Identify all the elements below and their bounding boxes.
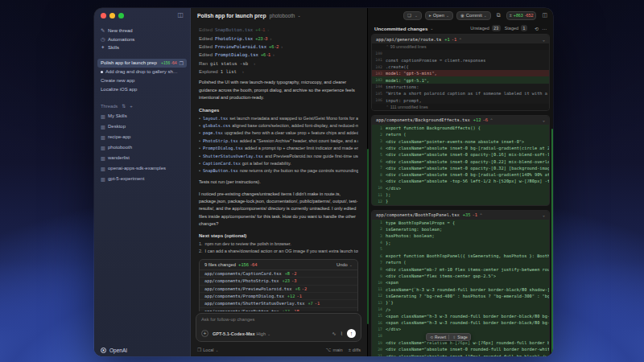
diff-line[interactable]: 6 export function BoothTopPanel({ isGene… [372, 253, 549, 259]
diff-line[interactable]: 8 <div className="absolute inset-0 bg-[r… [372, 171, 549, 178]
bullet-file-token[interactable]: PhotoStrip.tsx [203, 138, 238, 143]
environment-label[interactable]: Local [203, 348, 213, 352]
folder-item[interactable]: ▥ gpt-5-experiment [94, 174, 190, 184]
diff-line[interactable]: 20 <div className="absolute inset-0 roun… [372, 346, 549, 352]
diff-line[interactable]: 14 /> [372, 306, 549, 312]
diff-minimap-scrollbar[interactable] [551, 129, 554, 356]
bullet-file-token[interactable]: layout.tsx [203, 116, 228, 121]
copy-icon[interactable]: ⧉ [497, 12, 501, 19]
sidebar-footer[interactable]: ✱ OpenAI [94, 343, 190, 356]
add-icon[interactable]: + [130, 104, 133, 109]
commit-button[interactable]: ◉Commit⌄ [456, 11, 491, 20]
diff-line[interactable]: 104 instructions: [372, 84, 549, 90]
sidebar-nav-item[interactable]: ✦ Skills [94, 43, 190, 52]
thread-titlebar[interactable]: Polish app for launch prep photobooth ⌄ [191, 8, 367, 23]
diff-line[interactable]: 1 type BoothTopPanelProps = { [372, 220, 549, 226]
refresh-icon[interactable]: ⟲ [535, 26, 539, 31]
attach-button[interactable]: + [201, 330, 208, 337]
tool-event-row[interactable]: Edited SnapButton.tsx +4 -1 › [199, 26, 358, 34]
diff-line[interactable]: 9 <div className="flex items-center gap-… [372, 273, 549, 279]
diff-line[interactable]: 12 isGenerating ? "bg-red-400" : hasPhot… [372, 293, 549, 299]
tool-event-row[interactable]: Explored 1 list › [199, 68, 358, 76]
model-selector[interactable]: GPT-5.1-Codex-MaxHigh⌄ [213, 331, 270, 336]
audio-icon[interactable]: ∿ [332, 331, 336, 337]
diff-line[interactable]: 8 <div className="mb-7 mt-10 flex items-… [372, 266, 549, 273]
overflow-menu-icon[interactable]: ⋯ [542, 26, 547, 31]
bullet-file-token[interactable]: globals.css [203, 123, 230, 128]
bullet-file-token[interactable]: page.tsx [203, 130, 223, 135]
branch-indicator[interactable]: ⌥ main [326, 348, 343, 352]
diff-line[interactable]: 15 <span className="h-3 w-3 rounded-full… [372, 313, 549, 319]
sidebar-toggle-icon[interactable]: ◫ [177, 12, 184, 19]
diff-line[interactable]: 99 unmodified lines [372, 43, 549, 50]
diff-line[interactable]: 111 unmodified lines [372, 104, 549, 110]
diffs-indicator[interactable]: ± diffs [349, 348, 361, 352]
panel-toggle-icon[interactable]: ◫ [542, 12, 547, 19]
diff-line[interactable]: 1 export function BackgroundEffects() { [372, 125, 549, 131]
undo-button[interactable]: Undo⌄ [336, 262, 353, 267]
diff-file-header[interactable]: app/api/generate/route.ts +1 -1 ⌃ ⌄ [372, 35, 549, 43]
composer-input[interactable]: Ask for follow-up changes [201, 317, 356, 322]
diff-line[interactable]: 7 return ( [372, 259, 549, 265]
bullet-file-token[interactable]: SnapButton.tsx [203, 168, 238, 173]
diff-line[interactable]: 102 .create({ [372, 64, 549, 70]
changed-file-row[interactable]: app/components/PreviewPolaroid.tsx +6 -2 [200, 286, 357, 293]
folder-item[interactable]: ▥ wanderlist [94, 153, 190, 163]
close-button[interactable] [101, 13, 106, 19]
folder-item[interactable]: ▥ Desktop [94, 121, 190, 132]
diff-line[interactable]: 7 <div className="absolute inset-0 opaci… [372, 165, 549, 171]
diff-line[interactable]: 12 } [372, 198, 549, 204]
diff-line[interactable]: 4 }; [372, 239, 549, 245]
folder-item[interactable]: ▥ photobooth [94, 142, 190, 153]
diff-line[interactable]: 101 const captionPromise = client.respon… [372, 57, 549, 64]
diff-file-header[interactable]: app/components/BackgroundEffects.tsx +12… [372, 116, 549, 125]
zoom-button[interactable] [118, 13, 124, 19]
sort-icon[interactable]: ⇅ [122, 103, 126, 109]
minimize-button[interactable] [109, 13, 115, 19]
diff-line[interactable]: 21 <div className="absolute inset-[10px]… [372, 352, 549, 356]
total-diff-badge[interactable]: ± +863 -652 [506, 11, 537, 20]
bullet-file-token[interactable]: CaptionCard.tsx [203, 161, 241, 166]
send-button[interactable]: ↑ [347, 329, 356, 338]
thread-item[interactable]: Polish app for launch prep +156 -64 ❐ [97, 59, 187, 68]
diff-line[interactable]: 11 ); [372, 191, 549, 198]
uncommitted-changes-label[interactable]: Uncommitted changes [374, 26, 427, 31]
diff-line[interactable]: 3 <div className="pointer-events-none ab… [372, 138, 549, 145]
stage-action-label[interactable]: Stage [457, 335, 468, 339]
diff-line[interactable]: 2 isGenerating: boolean; [372, 226, 549, 232]
tool-event-row[interactable]: Edited PreviewPolaroid.tsx +6 -2 › [199, 43, 358, 51]
folder-item[interactable]: ▥ My Skills [94, 111, 190, 121]
diff-line[interactable]: 106 input: prompt, [372, 97, 549, 103]
mic-icon[interactable]: ⌇ [341, 331, 343, 337]
diff-line[interactable]: 17 </div> [372, 326, 549, 332]
tool-event-row[interactable]: Edited PhotoStrip.tsx +23 -3 › [199, 34, 358, 42]
diff-line[interactable]: 13 }`} [372, 299, 549, 306]
changed-file-row[interactable]: app/components/PromptDialog.tsx +12 -1 [200, 293, 357, 300]
revert-action-label[interactable]: Revert [435, 335, 446, 339]
thread-item[interactable]: Add drag and drop to gallery shot… ❐ [97, 68, 187, 76]
device-selector-button[interactable]: ❏⌄ [403, 11, 422, 20]
diff-line[interactable]: 103 model: "gpt-5.1", [372, 76, 549, 83]
diff-line[interactable]: 6 <div className="absolute inset-0 opaci… [372, 158, 549, 164]
bullet-file-token[interactable]: PromptDialog.tsx [203, 146, 243, 150]
thread-item[interactable]: Localize iOS app ❐ [97, 85, 187, 94]
sidebar-nav-item[interactable]: ◷ Automations [94, 35, 190, 44]
folder-item[interactable]: ▥ recipe-app [94, 132, 190, 142]
changed-file-row[interactable]: app/components/ShutterStatusOverlay.tsx … [200, 300, 357, 307]
diff-line[interactable]: 16 <span className="h-3 w-3 rounded-full… [372, 319, 549, 326]
diff-line[interactable]: 2 return ( [372, 131, 549, 138]
changed-file-row[interactable]: app/components/PhotoStrip.tsx +23 -3 [200, 278, 357, 285]
changed-file-row[interactable]: app/components/CaptionCard.tsx +8 -2 [200, 270, 357, 278]
diff-line[interactable]: 9 <div className="absolute -top-56 left-… [372, 178, 549, 184]
thread-item[interactable]: Create new app ❐ [97, 76, 187, 85]
diff-line[interactable]: 103 model: "gpt-5-mini", [372, 70, 549, 76]
diff-line[interactable]: 4 <div className="absolute inset-0 bg-[r… [372, 145, 549, 151]
diff-file-list[interactable]: app/api/generate/route.ts +1 -1 ⌃ ⌄ 99 u… [371, 34, 550, 356]
tool-event-row[interactable]: Ran git status -sb › [199, 60, 358, 68]
sidebar-nav-item[interactable]: ✎ New thread [94, 27, 190, 35]
diff-line[interactable]: 3 hasPhotos: boolean; [372, 232, 549, 239]
diff-line[interactable]: 5 [372, 246, 549, 253]
composer[interactable]: Ask for follow-up changes + GPT-5.1-Code… [196, 313, 361, 342]
folder-item[interactable]: ▥ openai-apps-sdk-examples [94, 163, 190, 174]
diff-line[interactable]: 105 "Write a short polaroid caption as i… [372, 90, 549, 97]
